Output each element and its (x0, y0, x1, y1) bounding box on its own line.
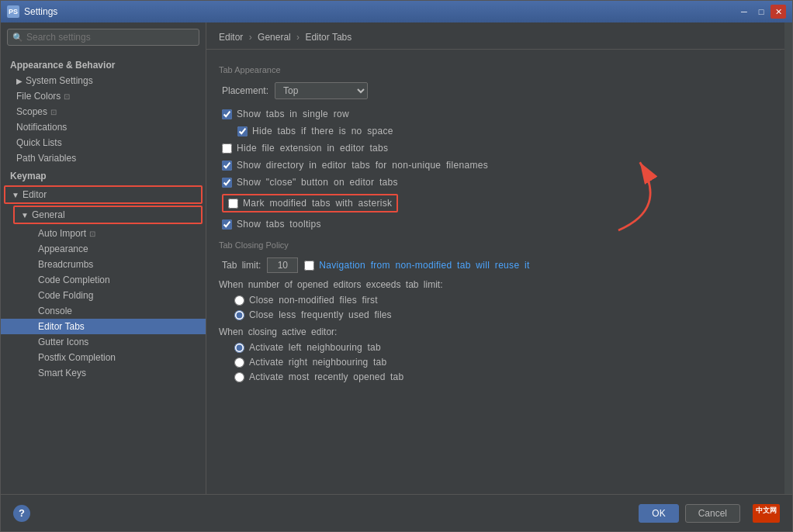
sidebar-item-code-folding[interactable]: Code Folding (1, 288, 206, 303)
recent-tab-radio[interactable] (234, 372, 244, 382)
show-close-label[interactable]: Show "close" button on editor tabs (222, 177, 398, 188)
close-non-modified-label[interactable]: Close non-modified files first (234, 295, 772, 306)
settings-content: Tab Appearance Placement: Top Bottom Lef… (206, 50, 784, 494)
show-close-checkbox[interactable] (222, 178, 232, 188)
show-directory-checkbox[interactable] (222, 161, 232, 171)
minimize-button[interactable]: ─ (736, 5, 752, 19)
breadcrumb-sep-1: › (249, 32, 252, 43)
logo-badge: 中文网 (753, 504, 780, 523)
exceeds-label: When number of opened editors exceeds ta… (219, 279, 772, 290)
mark-modified-highlight: Mark modified tabs with asterisk (222, 194, 398, 212)
scopes-icon: ⊡ (50, 108, 57, 116)
search-box[interactable]: 🔍 (7, 29, 199, 46)
mark-modified-checkbox[interactable] (228, 199, 238, 209)
ok-button[interactable]: OK (639, 504, 678, 523)
breadcrumb-editor-tabs: Editor Tabs (305, 32, 351, 43)
breadcrumb-editor: Editor (219, 32, 243, 43)
show-single-row-checkbox[interactable] (222, 109, 232, 119)
tab-limit-label: Tab limit: (222, 260, 261, 271)
close-button[interactable]: ✕ (770, 5, 786, 19)
general-section-border: ▼ General (13, 206, 203, 224)
breadcrumb-sep-2: › (296, 32, 300, 43)
sidebar-item-code-completion[interactable]: Code Completion (1, 272, 206, 288)
scrollbar[interactable] (784, 22, 792, 494)
nav-check-label[interactable]: Navigation from non-modified tab will re… (304, 260, 529, 271)
sidebar-item-notifications[interactable]: Notifications (1, 119, 206, 135)
settings-window: PS Settings ─ □ ✕ 🔍 Appearance & Behavio… (0, 0, 793, 532)
main-content: 🔍 Appearance & Behavior ▶ System Setting… (1, 22, 792, 494)
activate-options-group: Activate left neighbouring tab Activate … (219, 342, 772, 382)
sidebar-item-postfix-completion[interactable]: Postfix Completion (1, 350, 206, 365)
window-controls: ─ □ ✕ (736, 5, 786, 19)
file-colors-icon: ⊡ (64, 92, 70, 101)
sidebar-item-auto-import[interactable]: Auto Import ⊡ (1, 226, 206, 241)
section-keymap[interactable]: Keymap (1, 166, 206, 184)
show-directory-label[interactable]: Show directory in editor tabs for non-un… (222, 160, 488, 171)
placement-select[interactable]: Top Bottom Left Right None (275, 82, 368, 99)
sidebar-item-gutter-icons[interactable]: Gutter Icons (1, 334, 206, 350)
sidebar-item-path-variables[interactable]: Path Variables (1, 150, 206, 166)
nav-check-checkbox[interactable] (304, 261, 314, 271)
right-tab-radio[interactable] (234, 358, 244, 368)
hide-extension-row: Hide file extension in editor tabs (219, 143, 772, 154)
arrow-icon: ▶ (16, 77, 23, 85)
right-tab-label[interactable]: Activate right neighbouring tab (234, 357, 772, 368)
tab-closing-label: Tab Closing Policy (219, 240, 772, 250)
bottom-bar-right: OK Cancel 中文网 (639, 504, 780, 523)
content-wrapper: Editor › General › Editor Tabs Tab Appea… (206, 22, 784, 494)
sidebar-item-console[interactable]: Console (1, 303, 206, 319)
search-icon: 🔍 (12, 33, 23, 43)
sidebar: 🔍 Appearance & Behavior ▶ System Setting… (1, 22, 206, 494)
show-single-row-row: Show tabs in single row (219, 109, 772, 119)
sidebar-item-breadcrumbs[interactable]: Breadcrumbs (1, 257, 206, 272)
sidebar-item-system-settings[interactable]: ▶ System Settings (1, 73, 206, 88)
general-arrow-icon: ▼ (21, 211, 29, 219)
show-tooltips-checkbox[interactable] (222, 219, 232, 230)
editor-section-border: ▼ Editor (4, 185, 203, 204)
tab-limit-input[interactable] (267, 257, 298, 273)
sidebar-item-editor-tabs[interactable]: Editor Tabs (1, 319, 206, 334)
cancel-button[interactable]: Cancel (685, 504, 740, 523)
sidebar-item-scopes[interactable]: Scopes ⊡ (1, 104, 206, 119)
mark-modified-row: Mark modified tabs with asterisk (219, 194, 772, 212)
bottom-bar: ? OK Cancel 中文网 (1, 494, 792, 531)
placement-label: Placement: (222, 85, 268, 96)
show-tooltips-label[interactable]: Show tabs tooltips (222, 219, 321, 230)
hide-no-space-row: Hide tabs if there is no space (219, 126, 772, 136)
close-non-modified-radio[interactable] (234, 295, 244, 306)
close-less-used-radio[interactable] (234, 310, 244, 320)
search-input[interactable] (26, 32, 194, 43)
breadcrumb-general: General (258, 32, 291, 43)
mark-modified-label[interactable]: Mark modified tabs with asterisk (228, 198, 392, 209)
show-close-row: Show "close" button on editor tabs (219, 177, 772, 188)
close-less-used-label[interactable]: Close less frequently used files (234, 309, 772, 320)
show-single-row-label[interactable]: Show tabs in single row (222, 109, 349, 119)
breadcrumb: Editor › General › Editor Tabs (206, 22, 784, 50)
maximize-button[interactable]: □ (753, 5, 769, 19)
title-bar: PS Settings ─ □ ✕ (1, 1, 792, 22)
right-panel: Editor › General › Editor Tabs Tab Appea… (206, 22, 784, 494)
recent-tab-label[interactable]: Activate most recently opened tab (234, 371, 772, 382)
section-appearance-behavior: Appearance & Behavior (1, 55, 206, 73)
placement-row: Placement: Top Bottom Left Right None (219, 82, 772, 99)
sidebar-item-appearance[interactable]: Appearance (1, 241, 206, 257)
left-tab-radio[interactable] (234, 343, 244, 353)
left-tab-label[interactable]: Activate left neighbouring tab (234, 342, 772, 353)
show-directory-row: Show directory in editor tabs for non-un… (219, 160, 772, 171)
sidebar-item-quick-lists[interactable]: Quick Lists (1, 135, 206, 150)
sidebar-item-editor[interactable]: ▼ Editor (5, 187, 201, 202)
hide-extension-checkbox[interactable] (222, 143, 232, 154)
sidebar-item-smart-keys[interactable]: Smart Keys (1, 365, 206, 381)
sidebar-item-file-colors[interactable]: File Colors ⊡ (1, 88, 206, 104)
bottom-bar-left: ? (13, 505, 639, 522)
help-button[interactable]: ? (13, 505, 30, 522)
sidebar-item-general[interactable]: ▼ General (15, 207, 201, 223)
hide-no-space-checkbox[interactable] (237, 126, 248, 136)
close-options-group: Close non-modified files first Close les… (219, 295, 772, 320)
tab-appearance-label: Tab Appearance (219, 65, 772, 74)
window-title: Settings (24, 6, 736, 17)
hide-extension-label[interactable]: Hide file extension in editor tabs (222, 143, 388, 154)
app-icon: PS (7, 5, 19, 18)
hide-no-space-label[interactable]: Hide tabs if there is no space (237, 126, 393, 136)
show-tooltips-row: Show tabs tooltips (219, 219, 772, 230)
